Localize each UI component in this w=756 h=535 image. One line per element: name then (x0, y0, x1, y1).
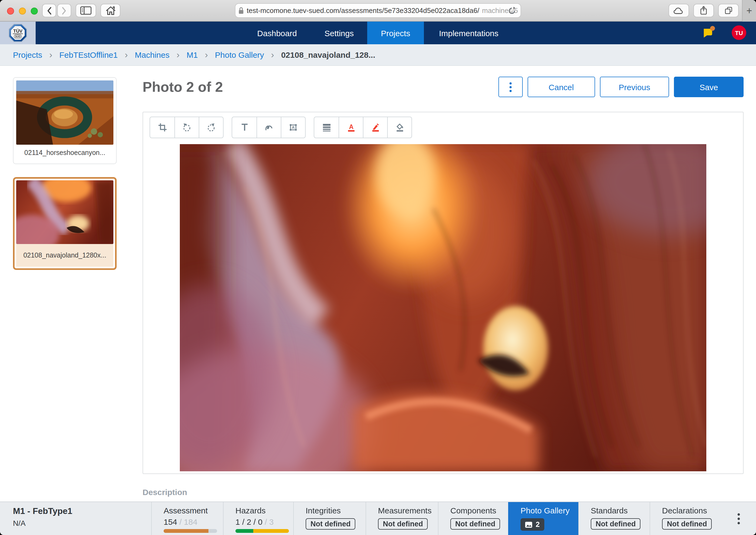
footer-tab-measurements[interactable]: Measurements Not defined (365, 502, 438, 535)
footer-tab-declarations[interactable]: Declarations Not defined (650, 502, 721, 535)
draw-color-icon (371, 123, 380, 132)
photo-editor-frame: A A (143, 112, 743, 474)
browser-window: test-mcomone.tuev-sued.com/assessments/5… (0, 0, 756, 535)
thumbnail-label: 02108_navajoland_1280x... (16, 244, 113, 267)
toolbar-group-annotate: A (232, 117, 305, 138)
more-options-icon (509, 82, 512, 92)
footer-tab-assessment[interactable]: Assessment 154 / 184 (151, 502, 223, 535)
nav-item-projects[interactable]: Projects (367, 22, 424, 44)
forward-button[interactable] (57, 4, 71, 17)
cancel-button[interactable]: Cancel (528, 77, 595, 97)
breadcrumb-photo-gallery[interactable]: Photo Gallery (215, 50, 264, 59)
assessment-progress-bar (163, 529, 217, 533)
chevron-right-icon: › (271, 49, 274, 60)
new-tab-button[interactable]: + (742, 0, 756, 22)
kebab-menu-icon (737, 513, 740, 524)
machine-info: M1 - FebType1 N/A (0, 502, 151, 535)
thumbnail-card-horseshoecanyon[interactable]: 02114_horseshoecanyon... (13, 77, 117, 164)
footer-tab-hazards[interactable]: Hazards 1 / 2 / 0 / 3 (223, 502, 293, 535)
browser-toolbar: test-mcomone.tuev-sued.com/assessments/5… (0, 0, 756, 22)
breadcrumb-machines[interactable]: Machines (135, 50, 169, 59)
font-color-icon: A (346, 123, 356, 132)
tab-overview-button[interactable] (718, 4, 739, 17)
toolbar-group-style: A (314, 117, 412, 138)
draw-color-button[interactable] (363, 117, 387, 138)
tuv-sud-logo[interactable]: TÜV SÜD (0, 22, 36, 44)
svg-text:SÜD: SÜD (15, 35, 20, 38)
breadcrumb: Projects › FebTEstOffline1 › Machines › … (0, 44, 756, 66)
freehand-draw-icon (264, 123, 274, 132)
text-box-icon: A (288, 123, 298, 132)
tuv-sud-logo-icon: TÜV SÜD (9, 24, 27, 42)
crop-icon (158, 123, 167, 132)
svg-text:A: A (349, 123, 353, 130)
assessment-count: 154 / 184 (163, 517, 223, 526)
breadcrumb-febtestoffline1[interactable]: FebTEstOffline1 (59, 50, 118, 59)
app-navbar: TÜV SÜD Dashboard Settings Projects Impl… (0, 22, 756, 44)
fill-color-button[interactable] (387, 117, 412, 138)
forward-icon (62, 6, 67, 15)
text-box-button[interactable]: A (281, 117, 305, 138)
crop-button[interactable] (150, 117, 174, 138)
main-photo[interactable] (180, 144, 706, 471)
sidebar-toggle-button[interactable] (75, 4, 96, 17)
action-buttons: Cancel Previous Save (498, 77, 743, 97)
home-icon (105, 5, 116, 16)
breadcrumb-projects[interactable]: Projects (13, 50, 42, 59)
footer-tab-photo-gallery[interactable]: Photo Gallery 2 (508, 502, 578, 535)
back-button[interactable] (42, 4, 56, 17)
not-defined-chip: Not defined (591, 518, 641, 530)
reload-icon (508, 7, 516, 15)
chevron-right-icon: › (49, 49, 52, 60)
zoom-window-button[interactable] (31, 8, 38, 14)
rotate-right-button[interactable] (199, 117, 223, 138)
back-icon (46, 6, 52, 15)
thumbnail-label: 02114_horseshoecanyon... (16, 145, 113, 161)
share-icon (699, 5, 708, 16)
home-button[interactable] (101, 4, 120, 17)
description-label: Description (143, 488, 187, 497)
font-color-button[interactable]: A (338, 117, 363, 138)
not-defined-chip: Not defined (378, 518, 428, 530)
more-options-button[interactable] (498, 77, 523, 97)
save-button[interactable]: Save (674, 77, 743, 97)
fill-color-icon (395, 123, 404, 132)
machine-subtitle: N/A (13, 519, 151, 527)
text-tool-button[interactable] (232, 117, 256, 138)
nav-item-settings[interactable]: Settings (312, 22, 366, 44)
machine-status-bar: M1 - FebType1 N/A Assessment 154 / 184 H… (0, 501, 756, 535)
avatar[interactable]: TU (732, 25, 746, 40)
tabs-icon (724, 6, 733, 15)
footer-tab-integrities[interactable]: Integrities Not defined (293, 502, 365, 535)
footer-tab-components[interactable]: Components Not defined (438, 502, 508, 535)
icloud-button[interactable] (669, 4, 689, 17)
chevron-right-icon: › (205, 49, 208, 60)
nav-item-dashboard[interactable]: Dashboard (239, 22, 315, 44)
not-defined-chip: Not defined (662, 518, 712, 530)
line-thickness-button[interactable] (314, 117, 338, 138)
lock-icon (238, 7, 244, 14)
footer-tab-standards[interactable]: Standards Not defined (578, 502, 650, 535)
rotate-left-icon (182, 123, 192, 132)
hazards-count: 1 / 2 / 0 / 3 (235, 517, 293, 526)
minimize-window-button[interactable] (19, 8, 26, 14)
address-bar[interactable]: test-mcomone.tuev-sued.com/assessments/5… (235, 3, 521, 18)
close-window-button[interactable] (7, 8, 14, 14)
cloud-icon (673, 7, 685, 14)
hazards-progress-bar (235, 529, 289, 533)
reload-button[interactable] (508, 7, 516, 17)
rotate-left-button[interactable] (174, 117, 199, 138)
nav-item-implementations[interactable]: Implementations (431, 22, 507, 44)
breadcrumb-m1[interactable]: M1 (187, 50, 198, 59)
thumbnail-image-navajoland (16, 180, 113, 244)
freehand-draw-button[interactable] (256, 117, 281, 138)
sidebar-icon (80, 6, 92, 15)
line-thickness-icon (322, 123, 331, 132)
page-title: Photo 2 of 2 (143, 79, 223, 96)
svg-text:A: A (292, 125, 295, 129)
footer-more-button[interactable] (721, 502, 756, 535)
thumbnail-card-navajoland-selected[interactable]: 02108_navajoland_1280x... (13, 177, 117, 270)
breadcrumb-current: 02108_navajoland_128... (281, 50, 375, 59)
previous-button[interactable]: Previous (600, 77, 669, 97)
share-button[interactable] (693, 4, 714, 17)
